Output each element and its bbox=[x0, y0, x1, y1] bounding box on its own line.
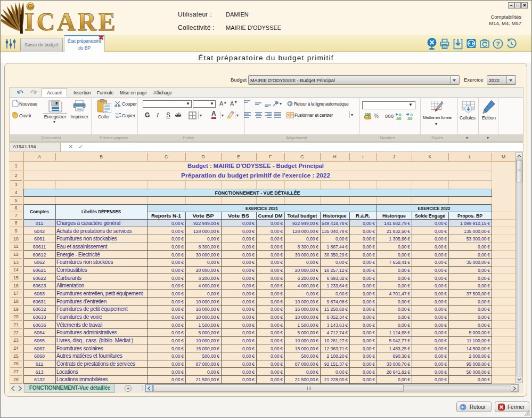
svg-text:0,00 €: 0,00 € bbox=[242, 268, 255, 273]
svg-text:0,00 €: 0,00 € bbox=[171, 361, 184, 367]
svg-text:K: K bbox=[429, 154, 432, 159]
svg-text:J: J bbox=[393, 154, 395, 159]
svg-text:92 151,37 €: 92 151,37 € bbox=[324, 361, 348, 367]
svg-text:C: C bbox=[165, 154, 168, 159]
svg-text:A: A bbox=[38, 154, 41, 159]
svg-text:0,00 €: 0,00 € bbox=[363, 369, 375, 375]
svg-text:0,00 €: 0,00 € bbox=[271, 244, 283, 250]
svg-text:15 000,00 €: 15 000,00 € bbox=[196, 346, 220, 351]
svg-text:60621: 60621 bbox=[32, 268, 46, 273]
svg-text:20 000,00 €: 20 000,00 € bbox=[295, 268, 319, 273]
svg-text:Alimentation: Alimentation bbox=[56, 283, 84, 288]
svg-text:0,00 €: 0,00 € bbox=[363, 307, 375, 312]
svg-text:0,00 €: 0,00 € bbox=[398, 283, 410, 288]
svg-text:0,00 €: 0,00 € bbox=[363, 221, 375, 226]
svg-text:0,00 €: 0,00 € bbox=[435, 299, 447, 304]
svg-text:16: 16 bbox=[13, 283, 19, 288]
svg-text:0,00 €: 0,00 € bbox=[398, 377, 410, 382]
svg-text:0,00 €: 0,00 € bbox=[363, 244, 375, 250]
svg-text:4 000,00 €: 4 000,00 € bbox=[198, 283, 219, 288]
svg-text:0,00 €: 0,00 € bbox=[435, 323, 447, 328]
svg-text:0,00 €: 0,00 € bbox=[171, 268, 184, 273]
svg-text:Combustibles: Combustibles bbox=[56, 267, 87, 273]
svg-text:5 000,00 €: 5 000,00 € bbox=[297, 330, 318, 335]
svg-text:50 000,00 €: 50 000,00 € bbox=[466, 369, 490, 375]
svg-text:0,00 €: 0,00 € bbox=[171, 291, 184, 296]
svg-text:0,00 €: 0,00 € bbox=[242, 244, 255, 250]
svg-text:0,00 €: 0,00 € bbox=[435, 236, 447, 242]
svg-text:6 052,34 €: 6 052,34 € bbox=[326, 315, 348, 320]
svg-text:1 483,25 €: 1 483,25 € bbox=[389, 346, 410, 351]
svg-text:Fournitures scolaires: Fournitures scolaires bbox=[56, 345, 103, 351]
svg-text:0,00 €: 0,00 € bbox=[242, 346, 255, 351]
svg-text:18: 18 bbox=[13, 299, 19, 304]
svg-text:0,00 €: 0,00 € bbox=[435, 291, 447, 296]
svg-text:0,00 €: 0,00 € bbox=[363, 283, 375, 288]
svg-text:21: 21 bbox=[13, 322, 19, 327]
svg-text:60611: 60611 bbox=[33, 244, 46, 250]
svg-text:0,00 €: 0,00 € bbox=[242, 252, 255, 258]
svg-text:,00: ,00 bbox=[396, 116, 401, 120]
svg-text:0,00 €: 0,00 € bbox=[398, 315, 410, 320]
svg-text:0,00 €: 0,00 € bbox=[335, 260, 348, 265]
svg-text:0,00 €: 0,00 € bbox=[271, 353, 283, 359]
svg-text:0,00 €: 0,00 € bbox=[306, 236, 318, 242]
svg-text:12: 12 bbox=[13, 252, 19, 257]
svg-text:10 000,00 €: 10 000,00 € bbox=[196, 338, 220, 343]
svg-text:8 300,00 €: 8 300,00 € bbox=[198, 244, 219, 250]
svg-text:0,00 €: 0,00 € bbox=[242, 377, 255, 382]
svg-text:0,00 €: 0,00 € bbox=[398, 323, 410, 328]
svg-text:21 228,00 €: 21 228,00 € bbox=[324, 377, 348, 382]
svg-text:I: I bbox=[362, 154, 363, 159]
svg-text:0,00 €: 0,00 € bbox=[435, 276, 447, 281]
svg-text:0,00 €: 0,00 € bbox=[271, 276, 283, 281]
svg-text:6065: 6065 bbox=[34, 338, 45, 343]
svg-text:0,00 €: 0,00 € bbox=[242, 361, 255, 367]
svg-text:10 000,00 €: 10 000,00 € bbox=[196, 299, 220, 304]
svg-text:135 040,78 €: 135 040,78 € bbox=[322, 229, 348, 234]
svg-text:0,00 €: 0,00 € bbox=[478, 252, 490, 258]
svg-text:0,00 €: 0,00 € bbox=[398, 276, 410, 281]
svg-text:10 000,00 €: 10 000,00 € bbox=[295, 299, 319, 304]
svg-text:0,00 €: 0,00 € bbox=[242, 338, 255, 343]
svg-text:Locations immobilières: Locations immobilières bbox=[56, 376, 108, 382]
svg-text:613: 613 bbox=[35, 369, 43, 375]
svg-text:EXERCICE 2021: EXERCICE 2021 bbox=[245, 206, 278, 211]
svg-text:5 000,00 €: 5 000,00 € bbox=[469, 330, 490, 335]
svg-text:Fournitures de voirie: Fournitures de voirie bbox=[56, 314, 103, 320]
svg-text:Vêtements de travail: Vêtements de travail bbox=[56, 322, 102, 328]
svg-text:60622: 60622 bbox=[32, 276, 46, 281]
svg-text:128 000,00 €: 128 000,00 € bbox=[292, 229, 318, 234]
svg-text:?: ? bbox=[496, 41, 500, 47]
svg-text:10 000,00 €: 10 000,00 € bbox=[196, 315, 220, 320]
svg-text:0,00 €: 0,00 € bbox=[207, 236, 219, 242]
svg-text:1 233,64 €: 1 233,64 € bbox=[326, 283, 348, 288]
svg-text:0,00 €: 0,00 € bbox=[363, 229, 375, 234]
svg-text:0,00 €: 0,00 € bbox=[207, 291, 219, 296]
svg-text:60631: 60631 bbox=[32, 299, 46, 304]
svg-text:0,00 €: 0,00 € bbox=[335, 291, 348, 296]
svg-text:0,00 €: 0,00 € bbox=[171, 315, 184, 320]
svg-text:23: 23 bbox=[13, 337, 19, 343]
svg-text:6 693,32 €: 6 693,32 € bbox=[326, 276, 348, 281]
svg-text:15: 15 bbox=[13, 275, 19, 280]
svg-text:0,00 €: 0,00 € bbox=[478, 268, 490, 273]
svg-text:0,00 €: 0,00 € bbox=[242, 307, 255, 312]
svg-text:0,00 €: 0,00 € bbox=[171, 244, 184, 250]
svg-text:Vote BP: Vote BP bbox=[193, 213, 214, 219]
svg-text:Autres matières et fournitures: Autres matières et fournitures bbox=[56, 353, 122, 359]
svg-text:0,00 €: 0,00 € bbox=[398, 252, 410, 258]
svg-text:0,00 €: 0,00 € bbox=[242, 291, 255, 296]
svg-text:0,00 €: 0,00 € bbox=[242, 299, 255, 304]
svg-text:6 200,00 €: 6 200,00 € bbox=[198, 276, 219, 281]
svg-text:60633: 60633 bbox=[32, 315, 46, 320]
svg-text:Contrats de prestations de ser: Contrats de prestations de services bbox=[56, 361, 135, 367]
svg-text:Eau et assainissement: Eau et assainissement bbox=[56, 244, 108, 250]
svg-text:1: 1 bbox=[15, 163, 18, 168]
svg-text:0,00 €: 0,00 € bbox=[271, 330, 283, 335]
svg-text:27: 27 bbox=[13, 369, 19, 374]
svg-text:0,00 €: 0,00 € bbox=[171, 236, 184, 242]
svg-text:0,00 €: 0,00 € bbox=[242, 221, 255, 226]
svg-text:0,00 €: 0,00 € bbox=[171, 252, 184, 258]
svg-text:0,00 €: 0,00 € bbox=[271, 346, 283, 351]
